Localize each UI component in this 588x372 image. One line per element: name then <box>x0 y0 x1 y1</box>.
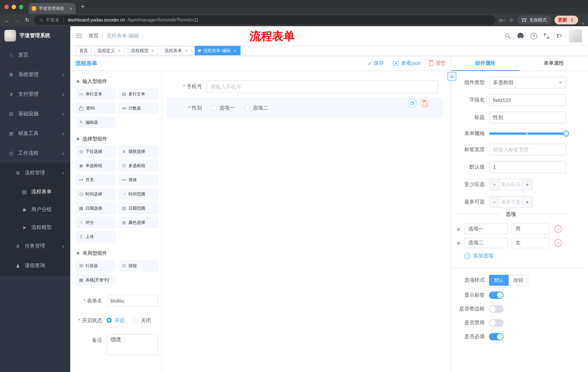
tag-process-definition[interactable]: 流程定义 <box>94 46 125 55</box>
palette-item-select[interactable]: 下拉选择 <box>76 146 115 157</box>
password-key-icon[interactable] <box>499 18 505 22</box>
sidebar-item-system[interactable]: 系统管理 <box>0 65 70 85</box>
sidebar-item-process-form[interactable]: 流程表单 <box>0 183 70 201</box>
sidebar-item-process-management[interactable]: 流程管理 <box>0 163 70 183</box>
sidebar-item-payment[interactable]: 支付管理 <box>0 85 70 104</box>
decrease-button[interactable] <box>489 179 500 190</box>
style-default-button[interactable]: 默认 <box>489 275 509 286</box>
tag-process-model[interactable]: 流程模型 <box>128 46 158 55</box>
gender-field-selected[interactable]: 性别 选项一 选项二 <box>166 97 443 118</box>
window-close-button[interactable] <box>4 5 9 9</box>
sidebar-item-user-groups[interactable]: 用户分组 <box>0 201 70 218</box>
tag-process-form[interactable]: 流程表单 <box>161 46 192 55</box>
show-label-switch[interactable] <box>489 292 504 299</box>
default-value-input[interactable] <box>489 161 566 173</box>
increase-button[interactable] <box>522 179 532 190</box>
palette-item-switch[interactable]: 开关 <box>76 174 115 185</box>
checkbox-box[interactable] <box>245 106 250 111</box>
phone-field[interactable]: 手机号 <box>162 80 438 93</box>
help-icon[interactable] <box>531 32 537 39</box>
search-icon[interactable] <box>505 33 511 39</box>
sidebar-toggle-icon[interactable] <box>76 34 82 38</box>
title-input[interactable] <box>489 112 566 123</box>
min-select-stepper[interactable]: 至少应选 <box>489 179 533 190</box>
sidebar-item-devtools[interactable]: 研发工具 <box>0 124 70 143</box>
palette-item-counter[interactable]: 计数器 <box>119 103 158 114</box>
tag-close-icon[interactable] <box>151 48 155 53</box>
tag-process-form-edit[interactable]: 流程表单-编辑 <box>195 46 241 55</box>
palette-item-date-picker[interactable]: 日期选择 <box>76 203 115 214</box>
tab-component-props[interactable]: 组件属性 <box>451 56 520 71</box>
drag-handle-icon[interactable] <box>456 226 461 232</box>
clear-button[interactable]: 清空 <box>429 60 446 67</box>
new-tab-button[interactable] <box>81 3 84 10</box>
update-button[interactable]: 更新 <box>554 16 578 24</box>
style-button-button[interactable]: 按钮 <box>509 275 528 286</box>
tag-close-icon[interactable] <box>233 48 237 53</box>
link-button[interactable] <box>448 72 456 81</box>
remove-option-icon[interactable] <box>555 225 562 233</box>
form-canvas[interactable]: 手机号 性别 <box>162 71 451 372</box>
not-secure-warning-icon[interactable] <box>39 18 43 22</box>
browser-menu-icon[interactable] <box>570 17 574 23</box>
option-value-input[interactable] <box>512 237 549 248</box>
component-type-select[interactable]: 多选框组 <box>489 77 566 88</box>
disabled-switch[interactable] <box>489 319 504 327</box>
tab-close-icon[interactable] <box>70 5 73 11</box>
checkbox-box[interactable] <box>211 106 217 111</box>
form-remark-textarea[interactable]: 嘿嘿 <box>107 334 158 355</box>
tag-close-icon[interactable] <box>184 48 189 53</box>
view-json-button[interactable]: 查看json <box>393 60 421 67</box>
increase-button[interactable] <box>522 197 532 207</box>
window-zoom-button[interactable] <box>19 5 23 9</box>
status-on-radio[interactable]: 开启 <box>107 315 125 326</box>
palette-item-slider[interactable]: 滑块 <box>119 174 158 185</box>
sidebar-item-process-model[interactable]: 流程模型 <box>0 218 70 236</box>
font-size-icon[interactable] <box>556 33 562 39</box>
remove-option-icon[interactable] <box>555 239 562 246</box>
save-button[interactable]: 保存 <box>367 60 384 67</box>
slider-track[interactable] <box>489 132 566 135</box>
sidebar-item-infrastructure[interactable]: 基础设施 <box>0 104 70 124</box>
palette-item-rate[interactable]: 评分 <box>76 217 115 228</box>
bookmark-star-icon[interactable] <box>509 17 514 23</box>
border-switch[interactable] <box>489 305 504 313</box>
status-off-radio[interactable]: 关闭 <box>133 315 151 326</box>
palette-item-radio-group[interactable]: 单选框组 <box>76 160 115 171</box>
option-label-input[interactable] <box>464 223 508 234</box>
phone-input[interactable] <box>207 80 438 93</box>
delete-component-button[interactable] <box>420 99 429 108</box>
required-switch[interactable] <box>489 333 504 340</box>
palette-item-checkbox-group[interactable]: 多选框组 <box>119 160 158 171</box>
form-name-input[interactable] <box>107 295 158 307</box>
tag-close-icon[interactable] <box>117 48 122 53</box>
palette-item-time-picker[interactable]: 时间选择 <box>76 189 115 200</box>
palette-item-multi-text[interactable]: 多行文本 <box>119 88 158 99</box>
breadcrumb-home[interactable]: 首页 <box>88 32 99 39</box>
address-bar[interactable]: 不安全 dashboard.yudao.iocoder.cn/bpm/manag… <box>34 15 496 25</box>
sidebar-item-task-management[interactable]: 任务管理 <box>0 236 70 256</box>
palette-item-time-range[interactable]: 时间范围 <box>119 189 158 200</box>
sidebar-item-leave-query[interactable]: 请假查询 <box>0 256 70 276</box>
tag-home[interactable]: 首页 <box>76 46 91 55</box>
drag-handle-icon[interactable] <box>456 240 461 246</box>
tab-form-props[interactable]: 表单属性 <box>520 56 588 71</box>
palette-item-button[interactable]: 按钮 <box>119 260 158 271</box>
max-select-stepper[interactable]: 最多可选 <box>489 196 533 208</box>
sidebar-item-workflow[interactable]: 工作流程 <box>0 143 70 163</box>
palette-item-cascader[interactable]: 级联选择 <box>119 146 158 157</box>
palette-item-color-picker[interactable]: 颜色选择 <box>119 217 158 228</box>
slider-handle[interactable] <box>563 131 569 137</box>
option-value-input[interactable] <box>512 223 549 234</box>
palette-item-editor[interactable]: 编辑器 <box>76 117 115 128</box>
sidebar-item-home[interactable]: 首页 <box>0 45 70 65</box>
forward-button[interactable] <box>14 17 20 23</box>
fullscreen-icon[interactable] <box>544 33 549 38</box>
back-button[interactable] <box>4 17 10 23</box>
decrease-button[interactable] <box>489 197 500 207</box>
avatar[interactable] <box>569 29 582 43</box>
field-name-input[interactable] <box>489 94 566 106</box>
reload-button[interactable] <box>24 17 31 23</box>
palette-item-table[interactable]: 表格[开发中] <box>76 275 115 285</box>
palette-item-single-text[interactable]: 单行文本 <box>76 88 115 99</box>
